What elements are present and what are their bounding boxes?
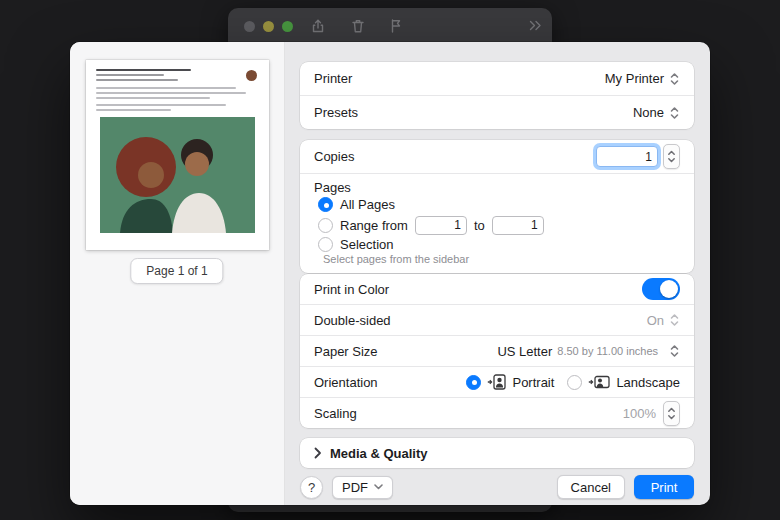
cancel-button[interactable]: Cancel [557, 475, 625, 499]
scaling-value: 100% [623, 406, 656, 421]
presets-popup[interactable]: None [633, 105, 680, 121]
preview-pane: Page 1 of 1 [70, 42, 285, 505]
print-in-color-row: Print in Color [300, 274, 694, 304]
media-quality-group: Media & Quality [300, 438, 694, 468]
print-in-color-toggle[interactable] [642, 278, 680, 300]
selection-option[interactable]: Selection [314, 236, 680, 253]
orientation-row: Orientation Portrait [300, 367, 694, 397]
double-sided-value: On [647, 313, 664, 328]
chevron-right-icon [314, 447, 322, 459]
landscape-label: Landscape [616, 375, 680, 390]
paper-size-detail: 8.50 by 11.00 inches [557, 345, 658, 357]
range-to-input[interactable] [492, 216, 544, 235]
background-toolbar [228, 8, 552, 44]
copies-input[interactable] [596, 146, 658, 167]
range-label: Range from [340, 218, 408, 233]
copies-stepper[interactable] [663, 144, 680, 169]
selection-hint: Select pages from the sidebar [314, 253, 680, 266]
dialog-footer: ? PDF Cancel Print [300, 475, 694, 499]
double-sided-label: Double-sided [314, 313, 391, 328]
chevron-up-down-icon [669, 343, 680, 359]
zoom-window-button[interactable] [282, 21, 293, 32]
export-icon[interactable] [310, 18, 326, 34]
media-quality-disclosure[interactable]: Media & Quality [300, 438, 694, 468]
all-pages-option[interactable]: All Pages [314, 195, 680, 214]
scaling-stepper[interactable] [663, 401, 680, 426]
flag-icon[interactable] [388, 18, 404, 34]
print-in-color-label: Print in Color [314, 282, 389, 297]
close-window-button[interactable] [244, 21, 255, 32]
chevron-up-down-icon [669, 71, 680, 87]
output-options-group: Print in Color Double-sided On Paper Siz… [300, 274, 694, 428]
pages-label: Pages [314, 179, 680, 195]
range-option[interactable]: Range from to [314, 214, 680, 236]
all-pages-radio[interactable] [318, 197, 333, 212]
pdf-label: PDF [342, 480, 368, 495]
range-radio[interactable] [318, 218, 333, 233]
portrait-option[interactable]: Portrait [466, 374, 554, 390]
landscape-option[interactable]: Landscape [567, 374, 680, 390]
pages-section: Pages All Pages Range from to Selection … [300, 174, 694, 273]
scaling-label: Scaling [314, 406, 357, 421]
copies-pages-group: Copies Pages All Pages Range from to [300, 140, 694, 273]
sender-avatar [246, 70, 257, 81]
presets-value: None [633, 105, 664, 120]
minimize-window-button[interactable] [263, 21, 274, 32]
chevron-down-icon [374, 484, 383, 490]
portrait-radio[interactable] [466, 375, 481, 390]
copies-label: Copies [314, 149, 354, 164]
help-button[interactable]: ? [300, 476, 323, 499]
presets-label: Presets [314, 105, 358, 120]
selection-radio[interactable] [318, 237, 333, 252]
copies-row: Copies [300, 140, 694, 173]
window-controls [244, 21, 293, 32]
all-pages-label: All Pages [340, 197, 395, 212]
chevron-up-down-icon [669, 105, 680, 121]
portrait-label: Portrait [512, 375, 554, 390]
printer-popup[interactable]: My Printer [605, 71, 680, 87]
presets-row: Presets None [300, 96, 694, 129]
print-dialog: Page 1 of 1 Printer My Printer Presets N… [70, 42, 710, 505]
range-to-label: to [474, 218, 485, 233]
paper-size-value: US Letter [497, 344, 552, 359]
paper-size-popup[interactable]: US Letter 8.50 by 11.00 inches [497, 343, 680, 359]
media-quality-label: Media & Quality [330, 446, 428, 461]
printer-value: My Printer [605, 71, 664, 86]
scaling-row: Scaling 100% [300, 398, 694, 428]
range-from-input[interactable] [415, 216, 467, 235]
email-photo [100, 117, 255, 233]
portrait-icon [487, 374, 506, 390]
landscape-radio[interactable] [567, 375, 582, 390]
double-sided-popup: On [647, 312, 680, 328]
landscape-icon [588, 374, 610, 390]
paper-size-label: Paper Size [314, 344, 378, 359]
email-text-preview [96, 69, 259, 114]
pdf-menu-button[interactable]: PDF [332, 476, 393, 499]
printer-row: Printer My Printer [300, 62, 694, 95]
selection-label: Selection [340, 237, 393, 252]
double-chevron-right-icon[interactable] [528, 18, 543, 33]
document-preview-page [86, 60, 269, 250]
page-indicator[interactable]: Page 1 of 1 [130, 258, 223, 284]
printer-label: Printer [314, 71, 352, 86]
paper-size-row: Paper Size US Letter 8.50 by 11.00 inche… [300, 336, 694, 366]
print-button[interactable]: Print [634, 475, 694, 499]
trash-icon[interactable] [350, 18, 366, 34]
printer-presets-group: Printer My Printer Presets None [300, 62, 694, 129]
chevron-up-down-icon [669, 312, 680, 328]
orientation-label: Orientation [314, 375, 378, 390]
double-sided-row: Double-sided On [300, 305, 694, 335]
